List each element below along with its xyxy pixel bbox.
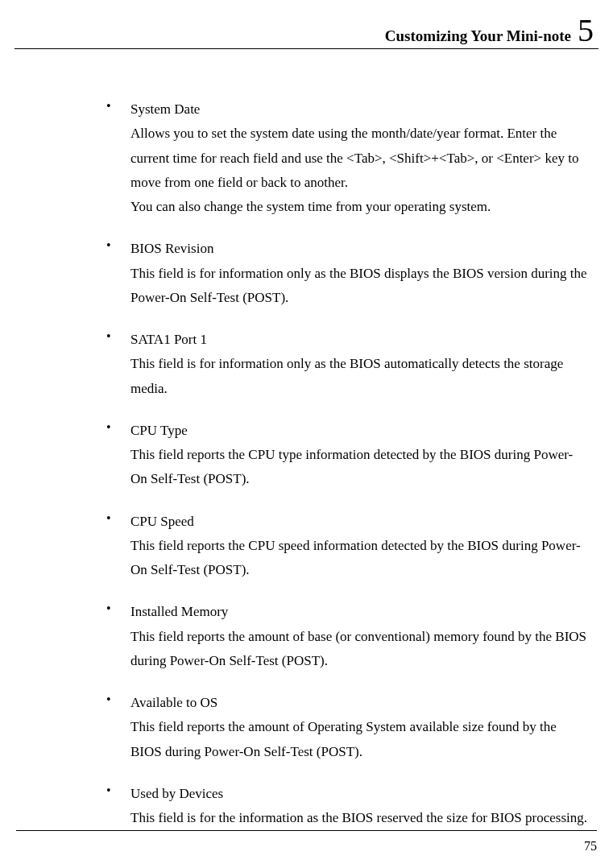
item-title: Used by Devices <box>130 782 589 806</box>
page-footer: 75 <box>16 830 597 854</box>
list-item: • CPU Type This field reports the CPU ty… <box>100 419 589 492</box>
list-item: • Installed Memory This field reports th… <box>100 600 589 673</box>
bullet-icon: • <box>100 510 130 583</box>
item-title: Available to OS <box>130 691 589 715</box>
item-description: This field reports the amount of base (o… <box>130 625 589 674</box>
list-item: • System Date Allows you to set the syst… <box>100 97 589 219</box>
item-title: SATA1 Port 1 <box>130 328 589 352</box>
item-title: CPU Speed <box>130 510 589 534</box>
bullet-icon: • <box>100 691 130 764</box>
list-item-text: Available to OS This field reports the a… <box>130 691 589 764</box>
bullet-icon: • <box>100 419 130 492</box>
list-item-text: Installed Memory This field reports the … <box>130 600 589 673</box>
item-description: This field reports the amount of Operati… <box>130 715 589 764</box>
list-item-text: CPU Type This field reports the CPU type… <box>130 419 589 492</box>
item-description: This field is for information only as th… <box>130 352 589 401</box>
item-title: BIOS Revision <box>130 237 589 261</box>
bullet-icon: • <box>100 782 130 831</box>
list-item: • Used by Devices This field is for the … <box>100 782 589 831</box>
item-title: CPU Type <box>130 419 589 443</box>
document-page: Customizing Your Mini-note 5 • System Da… <box>0 0 613 868</box>
bullet-icon: • <box>100 600 130 673</box>
page-header: Customizing Your Mini-note 5 <box>14 14 599 49</box>
item-title: Installed Memory <box>130 600 589 624</box>
page-number: 75 <box>584 839 597 853</box>
chapter-number: 5 <box>578 12 594 48</box>
list-item-text: SATA1 Port 1 This field is for informati… <box>130 328 589 401</box>
item-description: This field reports the CPU speed informa… <box>130 534 589 583</box>
list-item: • BIOS Revision This field is for inform… <box>100 237 589 310</box>
list-item: • Available to OS This field reports the… <box>100 691 589 764</box>
content-area: • System Date Allows you to set the syst… <box>14 97 599 830</box>
header-title: Customizing Your Mini-note <box>385 27 571 44</box>
list-item-text: CPU Speed This field reports the CPU spe… <box>130 510 589 583</box>
item-description: This field reports the CPU type informat… <box>130 443 589 492</box>
list-item-text: System Date Allows you to set the system… <box>130 97 589 219</box>
bullet-icon: • <box>100 97 130 219</box>
list-item: • CPU Speed This field reports the CPU s… <box>100 510 589 583</box>
bullet-icon: • <box>100 328 130 401</box>
item-description: This field is for information only as th… <box>130 262 589 311</box>
list-item-text: BIOS Revision This field is for informat… <box>130 237 589 310</box>
list-item: • SATA1 Port 1 This field is for informa… <box>100 328 589 401</box>
item-description-extra: You can also change the system time from… <box>130 195 589 219</box>
item-title: System Date <box>130 97 589 122</box>
list-item-text: Used by Devices This field is for the in… <box>130 782 589 831</box>
bullet-icon: • <box>100 237 130 310</box>
item-description: This field is for the information as the… <box>130 806 589 830</box>
item-description: Allows you to set the system date using … <box>130 122 589 195</box>
